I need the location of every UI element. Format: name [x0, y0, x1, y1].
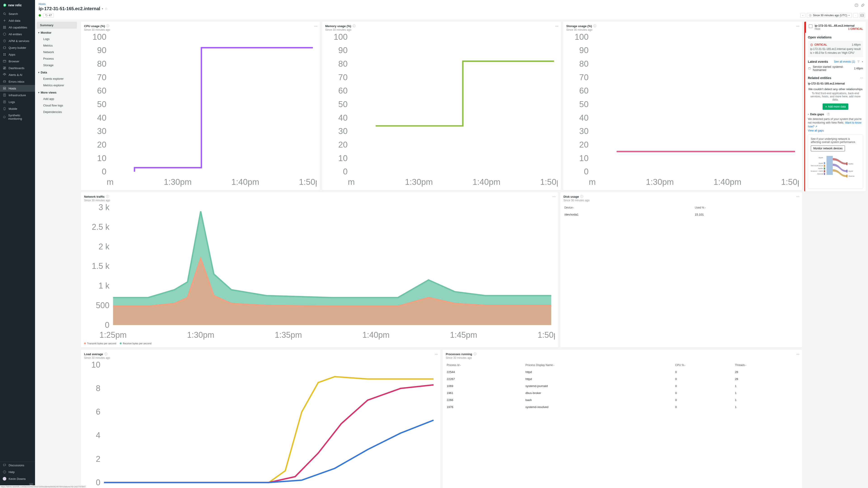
nav-item-dashboards[interactable]: Dashboards — [0, 65, 35, 71]
info-icon[interactable]: i — [104, 352, 107, 355]
subnav-summary[interactable]: Summary — [37, 22, 77, 29]
svg-text:3 k: 3 k — [98, 204, 110, 212]
monitor-network-button[interactable]: Monitor network devices — [811, 145, 845, 151]
info-icon[interactable]: i — [352, 24, 355, 27]
card-menu-icon[interactable]: ⋯ — [553, 195, 556, 199]
card-menu-icon[interactable]: ⋯ — [796, 24, 800, 28]
time-prev-button[interactable]: ‹ — [800, 13, 805, 18]
svg-text:10: 10 — [338, 153, 347, 163]
card-menu-icon[interactable]: ⋯ — [796, 352, 800, 356]
info-icon[interactable]: i — [106, 195, 109, 198]
violation-item[interactable]: CRITICAL 1:48pm ip-172-31-51-165.ec2.int… — [808, 41, 863, 57]
card-menu-icon[interactable]: ⋯ — [435, 352, 438, 356]
tag-chip[interactable]: 47 — [43, 13, 54, 18]
subnav-group-more-views[interactable]: ▾More views — [37, 89, 77, 96]
card-cpu: ⋯ CPU usage (%)i Since 30 minutes ago 01… — [81, 22, 320, 190]
nav-item-apm-services[interactable]: APM & services — [0, 37, 35, 44]
nav-item-alerts-ai[interactable]: Alerts & AI — [0, 71, 35, 78]
nav-item-all-capabilities[interactable]: All capabilities — [0, 24, 35, 31]
svg-text:1:40pm: 1:40pm — [472, 177, 500, 187]
card-menu-icon[interactable]: ⋯ — [860, 76, 863, 79]
table-row[interactable]: 22267httpd028 — [446, 376, 799, 383]
svg-text:20: 20 — [579, 140, 589, 149]
nav-item-synthetic-monitoring[interactable]: Synthetic monitoring — [0, 112, 35, 122]
subnav-group-monitor[interactable]: ▾Monitor — [37, 29, 77, 36]
info-icon[interactable]: i — [106, 24, 109, 27]
chevron-down-icon[interactable]: ▾ — [102, 7, 103, 10]
subnav-item-dependencies[interactable]: Dependencies — [37, 109, 77, 115]
info-icon[interactable]: i — [593, 24, 596, 27]
card-menu-icon[interactable]: ⋯ — [555, 24, 559, 28]
view-all-gaps-link[interactable]: View all gaps — [808, 129, 863, 132]
add-more-data-button[interactable]: +Add more data — [823, 103, 848, 110]
info-icon[interactable]: i — [473, 352, 476, 355]
info-icon[interactable]: ? — [827, 113, 830, 116]
nav-item-help[interactable]: ?Help — [0, 468, 35, 475]
svg-text:1 k: 1 k — [98, 281, 110, 290]
svg-text:1:30pm: 1:30pm — [646, 177, 674, 187]
svg-rect-11 — [3, 60, 6, 62]
link-icon[interactable] — [861, 3, 865, 7]
info-icon[interactable]: i — [580, 195, 583, 198]
subnav-item-events-explorer[interactable]: Events explorer — [37, 75, 77, 82]
svg-text:Netflix: Netflix — [848, 163, 853, 165]
table-row[interactable]: 22544httpd028 — [446, 368, 799, 376]
svg-text:60: 60 — [338, 86, 347, 95]
table-row[interactable]: 2266bash01 — [446, 396, 799, 403]
nav-item-errors-inbox[interactable]: Errors inbox — [0, 78, 35, 85]
table-row[interactable]: 1069systemd-journald01 — [446, 383, 799, 390]
svg-rect-9 — [3, 55, 4, 55]
nav-item-all-entities[interactable]: All entities — [0, 31, 35, 37]
help-icon[interactable]: ? — [855, 3, 859, 7]
nrql-button[interactable] — [860, 13, 865, 18]
time-next-button[interactable]: › — [853, 13, 858, 18]
subnav-item-metrics-explorer[interactable]: Metrics explorer — [37, 82, 77, 89]
card-menu-icon[interactable]: ⋯ — [314, 24, 318, 28]
mobile-icon — [3, 107, 6, 110]
svg-text:60: 60 — [579, 86, 589, 95]
filter-icon[interactable] — [857, 60, 860, 63]
nav-item-query-builder[interactable]: Query builder — [0, 44, 35, 51]
subnav-group-data[interactable]: ▾Data — [37, 68, 77, 75]
table-row[interactable]: 1976systemd-resolved01 — [446, 403, 799, 411]
logo[interactable]: new relic — [0, 0, 35, 10]
chevron-down-icon[interactable]: ▾ — [862, 61, 863, 63]
subnav-item-cloud-flow-logs[interactable]: Cloud flow logs — [37, 102, 77, 109]
nav-item-mobile[interactable]: Mobile — [0, 105, 35, 112]
column-header[interactable]: Process Display Name▾ — [524, 362, 674, 368]
legend-item[interactable]: Receive bytes per second — [120, 342, 151, 345]
nav-item-add-data[interactable]: Add data — [0, 17, 35, 24]
subnav-item-logs[interactable]: Logs — [37, 36, 77, 42]
svg-text:1:25pm: 1:25pm — [99, 330, 127, 339]
subnav-item-network[interactable]: Network — [37, 49, 77, 55]
column-header[interactable]: Process Id▾ — [446, 362, 524, 368]
time-picker[interactable]: Since 30 minutes ago (UTC) ▾ — [807, 13, 852, 18]
subnav-item-metrics[interactable]: Metrics — [37, 42, 77, 49]
card-menu-icon[interactable]: ⋯ — [796, 195, 800, 199]
errors-icon — [3, 80, 6, 84]
nav-item-apps[interactable]: Apps — [0, 51, 35, 58]
svg-text:100: 100 — [334, 33, 348, 41]
nav-item-infrastructure[interactable]: Infrastructure — [0, 92, 35, 98]
table-row[interactable]: 1961dbus-broker01 — [446, 390, 799, 396]
subnav-item-process[interactable]: Process — [37, 55, 77, 62]
legend-item[interactable]: Transmit bytes per second — [84, 342, 116, 345]
data-gaps-toggle[interactable]: › Data gaps ? — [808, 112, 863, 116]
column-header[interactable]: Threads▾ — [734, 362, 799, 368]
subnav-item-storage[interactable]: Storage — [37, 62, 77, 68]
column-header[interactable]: CPU %▾ — [674, 362, 734, 368]
nav-item-search[interactable]: Search — [0, 10, 35, 17]
related-entity-link[interactable]: ip-172-31-51-165.ec2.internal — [808, 82, 863, 85]
nav-item-hosts[interactable]: Hosts — [0, 85, 35, 92]
svg-rect-105 — [824, 162, 825, 164]
table-row[interactable]: /dev/xvda115.101 — [563, 211, 799, 218]
nav-item-logs[interactable]: Logs — [0, 98, 35, 105]
see-all-events-link[interactable]: See all events (1) — [834, 60, 855, 63]
subnav-item-add-app[interactable]: Add app — [37, 96, 77, 102]
nav-item-kevin-downs[interactable]: Kevin Downs — [0, 475, 35, 482]
nav-item-discussions[interactable]: Discussions — [0, 462, 35, 468]
event-row[interactable]: Service started: systemd-hostnamed 1:48p… — [808, 64, 863, 73]
breadcrumb[interactable]: Hosts — [39, 2, 46, 6]
star-icon[interactable]: ☆ — [105, 7, 107, 10]
nav-item-browser[interactable]: Browser — [0, 58, 35, 65]
